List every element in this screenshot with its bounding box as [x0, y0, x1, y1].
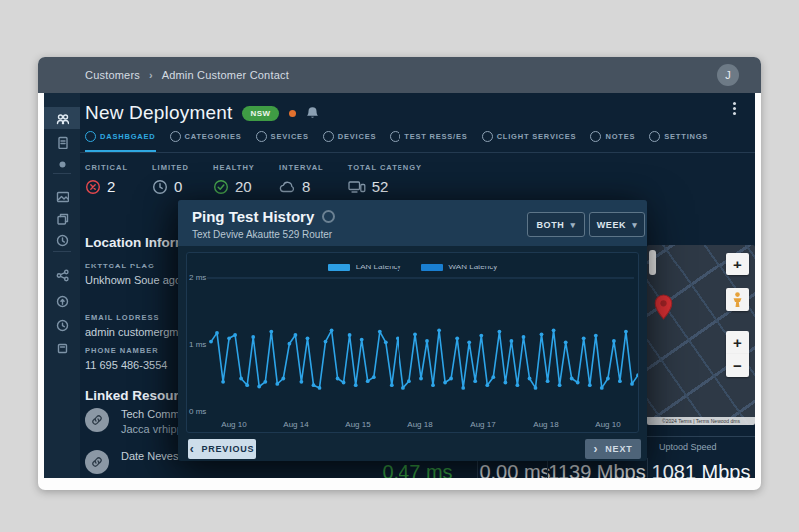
x-tick: Aug 10 [221, 420, 246, 429]
modal-header: Ping Test History Text Devive Akautte 52… [178, 200, 647, 246]
modal-title: Ping Test History [192, 208, 314, 225]
critical-icon [85, 179, 101, 195]
x-tick: Aug 14 [283, 420, 308, 429]
tab-icon [85, 131, 96, 142]
metric-divider [647, 458, 648, 478]
stat-value: 52 [372, 178, 389, 195]
x-tick: Aug 18 [533, 420, 558, 429]
layers-icon [56, 212, 69, 225]
stat-healthy: HEALTHY20 [213, 163, 255, 195]
map-zoom-slider[interactable] [649, 250, 656, 275]
tab-sevices[interactable]: SEVICES [256, 131, 309, 150]
y-tick: 2 ms [189, 273, 206, 282]
app-content: New Deployment NSW DASHBGAEDCATEGORIESSE… [44, 93, 755, 478]
ping-test-history-modal: Ping Test History Text Devive Akautte 52… [178, 200, 647, 461]
media-icon [56, 158, 69, 171]
y-tick: 0 ms [189, 407, 206, 416]
tab-test-ress-es[interactable]: TEST RESS/ES [390, 131, 467, 150]
tab-notes[interactable]: NOTES [590, 131, 635, 150]
map-attribution: ©2024 Terms | Terms Newood dms [647, 417, 755, 425]
tab-icon [482, 131, 493, 142]
tab-categories[interactable]: CATEGORIES [170, 131, 242, 150]
sidebar-item-media[interactable] [44, 153, 80, 175]
linked-resource-title: Date Neves [121, 450, 178, 462]
sidebar-item-image[interactable] [44, 185, 80, 207]
link-icon [85, 450, 109, 474]
sidebar-item-file[interactable] [44, 131, 80, 153]
map-zoom-out-button[interactable]: − [726, 354, 749, 377]
stat-label: LIMITED [152, 163, 189, 172]
sidebar-item-users[interactable] [44, 107, 80, 129]
window-header: Customers › Admin Customer Contact J [38, 57, 761, 93]
x-tick: Aug 15 [345, 420, 370, 429]
field-label: EKTTCAL PLAG [85, 262, 187, 270]
field-value: 11 695 486-3554 [85, 359, 167, 371]
sidebar-item-history[interactable] [44, 314, 80, 336]
tab-settings[interactable]: SETTINGS [649, 131, 708, 150]
tab-icon [390, 131, 400, 142]
field-ekttcal-plag: EKTTCAL PLAGUnkhown Soue agoo [85, 262, 187, 286]
metric-value: 1081 Mbps [652, 461, 751, 478]
chevron-down-icon: ▾ [570, 220, 575, 230]
next-button[interactable]: › NEXT [585, 439, 641, 459]
x-tick: Aug 17 [470, 420, 495, 429]
sidebar-item-share[interactable] [44, 265, 80, 286]
stat-total-catengy: TOTAL CATENGY52 [348, 163, 422, 195]
tab-clight-services[interactable]: CLIGHT SERVICES [482, 131, 577, 150]
metric-divider [547, 458, 548, 478]
map-fullscreen-button[interactable]: + [726, 253, 749, 275]
user-avatar[interactable]: J [717, 64, 739, 86]
stat-critical: CRITICAL2 [85, 163, 128, 195]
sidebar-item-clock[interactable] [44, 229, 80, 251]
filter-week-dropdown[interactable]: WEEK▾ [589, 212, 645, 237]
breadcrumb-customers[interactable]: Customers [85, 69, 140, 81]
app-window: Customers › Admin Customer Contact J New… [38, 57, 761, 490]
tab-icon [170, 131, 181, 142]
tab-label: NOTES [605, 132, 635, 141]
tab-icon [323, 131, 334, 142]
stat-label: INTERVAL [279, 163, 324, 172]
filter-both-dropdown[interactable]: BOTH▾ [527, 212, 585, 237]
stat-label: TOTAL CATENGY [348, 163, 422, 172]
limited-icon [152, 179, 168, 195]
breadcrumb-chevron-icon: › [149, 69, 153, 81]
sidebar-divider [53, 173, 71, 174]
chevron-left-icon: ‹ [190, 442, 195, 456]
stat-value: 2 [107, 178, 115, 195]
interval-icon [279, 180, 296, 194]
more-options-button[interactable] [727, 102, 741, 120]
tab-label: SEVICES [271, 132, 309, 141]
image-icon [56, 190, 69, 203]
linked-resource-item[interactable]: Tech CommeJacca vrhippl [85, 408, 186, 435]
stat-limited: LIMITED0 [152, 163, 189, 195]
share-icon [56, 269, 69, 282]
upload-icon [56, 295, 69, 308]
upload-speed-label: Uptood Speed [659, 442, 717, 452]
metric-value: 0.47 ms [382, 461, 452, 478]
users-icon [56, 112, 69, 125]
sidebar-item-layers[interactable] [44, 207, 80, 229]
tab-icon [649, 131, 660, 142]
sidebar-item-archive[interactable] [44, 337, 80, 359]
chevron-down-icon: ▾ [632, 220, 637, 230]
linked-resource-item[interactable]: Date Neves [85, 450, 178, 474]
map-zoom-in-button[interactable]: + [726, 331, 749, 354]
devices-icon [348, 180, 366, 194]
tabs-divider [80, 152, 755, 153]
stats-row: CRITICAL2LIMITED0HEALTHY20INTERVAL8TOTAL… [85, 163, 422, 195]
field-label: PHONE NAMBER [85, 346, 167, 355]
map-pegman-button[interactable] [726, 288, 749, 311]
map-panel[interactable]: + + − ©2024 Terms | Terms Newood dms [647, 245, 755, 425]
breadcrumb-current: Admin Customer Contact [162, 69, 289, 81]
chevron-right-icon: › [594, 442, 599, 456]
field-phone-namber: PHONE NAMBER11 695 486-3554 [85, 346, 167, 371]
tab-icon [590, 131, 601, 142]
tab-devices[interactable]: DEVICES [323, 131, 377, 150]
bell-icon[interactable] [306, 106, 319, 120]
tab-bar: DASHBGAEDCATEGORIESSEVICESDEVICESTEST RE… [85, 131, 745, 152]
metric-value: 0.00 ms [479, 461, 550, 478]
tab-dashbgaed[interactable]: DASHBGAED [85, 131, 156, 153]
sidebar-item-upload[interactable] [44, 290, 80, 312]
tab-label: SETTINGS [664, 132, 708, 141]
previous-button[interactable]: ‹ PREVIOUS [188, 439, 256, 459]
